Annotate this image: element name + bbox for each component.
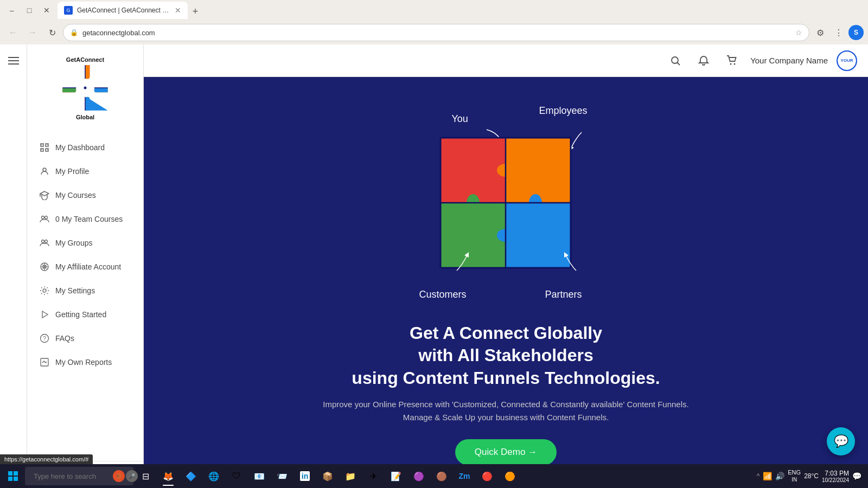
puzzle-label-customers: Customers: [419, 289, 466, 300]
reload-button[interactable]: ↻: [43, 24, 61, 41]
taskbar-system-tray: ^ 📶 🔊 ENG IN 28°C 7:03 PM 10/22/2024 💬: [752, 469, 866, 483]
taskbar-item-app1[interactable]: 🟣: [408, 465, 430, 487]
puzzle-label-you: You: [451, 113, 468, 125]
taskbar-item-shield[interactable]: 🛡: [226, 465, 247, 487]
taskbar-item-linkedin[interactable]: in: [294, 465, 316, 487]
language-indicator[interactable]: ENG IN: [788, 469, 801, 483]
sidebar-item-faqs[interactable]: ? FAQs: [29, 326, 141, 350]
maximize-button[interactable]: □: [22, 3, 37, 18]
system-tray-expand[interactable]: ^: [757, 472, 760, 480]
svg-point-11: [42, 240, 44, 243]
taskbar-item-app2[interactable]: 🟤: [431, 465, 452, 487]
browser-title-bar: – □ ✕ G GetAConnect | GetAConnect w... ✕…: [0, 0, 868, 21]
taskbar-item-app3[interactable]: 🔴: [476, 465, 498, 487]
notifications-icon[interactable]: 💬: [852, 472, 861, 480]
taskbar-item-files[interactable]: 📁: [340, 465, 361, 487]
notifications-button[interactable]: [694, 51, 713, 70]
faqs-icon: ?: [39, 333, 50, 344]
svg-rect-48: [14, 471, 18, 476]
sidebar-item-affiliate[interactable]: My Affiliate Account: [29, 255, 141, 279]
main-area: Your Company Name YOUR You: [144, 44, 868, 488]
courses-label: My Courses: [55, 191, 96, 200]
hero-title: Get A Connect Globally with All Stakehol…: [323, 322, 688, 390]
search-header-button[interactable]: [666, 51, 685, 70]
taskbar-item-box[interactable]: 📦: [317, 465, 339, 487]
taskbar-item-onenote[interactable]: 📝: [385, 465, 407, 487]
faqs-label: FAQs: [55, 334, 74, 343]
taskbar-item-edge[interactable]: 🔷: [180, 465, 202, 487]
sidebar-item-profile[interactable]: My Profile: [29, 159, 141, 183]
dashboard-label: My Dashboard: [55, 143, 105, 152]
hero-subtitle-line2: Manage & Scale Up your business with Con…: [403, 413, 609, 422]
svg-point-23: [734, 63, 736, 65]
browser-profile[interactable]: S: [848, 25, 864, 40]
extensions-button[interactable]: ⚙: [812, 24, 829, 41]
tab-bar: G GetAConnect | GetAConnect w... ✕ +: [58, 2, 864, 19]
quick-demo-button[interactable]: Quick Demo →: [455, 439, 557, 465]
browser-actions: ⚙ ⋮ S: [812, 24, 864, 41]
sidebar-item-courses[interactable]: My Courses: [29, 183, 141, 207]
sidebar-item-dashboard[interactable]: My Dashboard: [29, 136, 141, 159]
lock-icon: 🔒: [70, 29, 78, 36]
getting-started-icon: [39, 309, 50, 320]
system-clock[interactable]: 7:03 PM 10/22/2024: [822, 470, 849, 483]
tab-close-icon[interactable]: ✕: [175, 6, 181, 15]
sidebar-item-team-courses[interactable]: 0 My Team Courses: [29, 207, 141, 231]
company-avatar[interactable]: YOUR: [837, 50, 857, 71]
taskbar-item-zoom[interactable]: Zm: [454, 465, 475, 487]
minimize-button[interactable]: –: [4, 3, 20, 18]
hero-subtitle-line1: Improve your Online Presence with 'Custo…: [323, 400, 688, 409]
svg-point-10: [45, 216, 48, 219]
sidebar-item-groups[interactable]: My Groups: [29, 231, 141, 255]
taskbar-item-taskview[interactable]: ⊟: [135, 465, 156, 487]
new-tab-button[interactable]: +: [188, 4, 203, 19]
active-tab[interactable]: G GetAConnect | GetAConnect w... ✕: [58, 2, 188, 19]
volume-icon[interactable]: 🔊: [775, 472, 784, 480]
taskbar-items: ⊟ 🦊 🔷 🌐 🛡 📧 📨 in 📦 📁 ✈: [135, 465, 751, 487]
bookmark-icon[interactable]: ☆: [795, 28, 802, 37]
close-button[interactable]: ✕: [39, 3, 54, 18]
wifi-icon[interactable]: 📶: [763, 472, 772, 480]
forward-button[interactable]: →: [24, 24, 41, 41]
windows-icon: [8, 471, 18, 481]
svg-point-15: [43, 289, 46, 292]
chat-icon: 💬: [834, 434, 848, 448]
main-content: You Employees: [144, 77, 868, 488]
hero-title-line2: with All Stakeholders: [418, 345, 593, 365]
taskbar-item-telegram[interactable]: ✈: [362, 465, 384, 487]
svg-rect-0: [8, 57, 19, 58]
taskbar-item-mail[interactable]: 📧: [248, 465, 270, 487]
taskbar-search-area[interactable]: 🏀 🎤: [25, 467, 133, 485]
more-button[interactable]: ⋮: [830, 24, 847, 41]
back-button[interactable]: ←: [4, 24, 22, 41]
start-button[interactable]: [2, 465, 24, 487]
temperature-text[interactable]: 28°C: [804, 472, 819, 480]
sidebar-item-settings[interactable]: My Settings: [29, 279, 141, 303]
browser-window-controls[interactable]: – □ ✕: [4, 3, 54, 18]
cart-button[interactable]: [722, 51, 742, 70]
puzzle-diagram: You Employees: [403, 100, 609, 306]
taskbar-item-browser[interactable]: 🦊: [157, 465, 179, 487]
svg-point-21: [672, 57, 678, 63]
svg-rect-32: [441, 138, 506, 203]
sidebar-item-own-reports[interactable]: My Own Reports: [29, 350, 141, 374]
bell-icon: [698, 55, 709, 66]
dashboard-icon: [39, 142, 50, 153]
avatar-text: YOUR: [840, 58, 853, 63]
svg-text:?: ?: [43, 336, 46, 342]
chat-bubble-button[interactable]: 💬: [827, 427, 855, 455]
svg-point-12: [45, 240, 48, 243]
taskbar-item-mail2[interactable]: 📨: [271, 465, 293, 487]
taskbar-item-chrome[interactable]: 🌐: [203, 465, 225, 487]
taskbar-search-input[interactable]: [34, 472, 110, 480]
sidebar-toggle-button[interactable]: [4, 51, 23, 70]
svg-marker-16: [42, 311, 48, 318]
taskbar-item-app4[interactable]: 🟠: [499, 465, 521, 487]
sidebar-logo: GetAConnect Global: [27, 44, 143, 131]
svg-rect-47: [8, 471, 12, 476]
header-search-icon: [670, 55, 681, 66]
puzzle-label-employees: Employees: [539, 105, 587, 117]
sidebar-item-getting-started[interactable]: Getting Started: [29, 303, 141, 326]
svg-rect-50: [14, 477, 18, 481]
address-bar[interactable]: 🔒 getaconnectglobal.com ☆: [63, 24, 809, 41]
